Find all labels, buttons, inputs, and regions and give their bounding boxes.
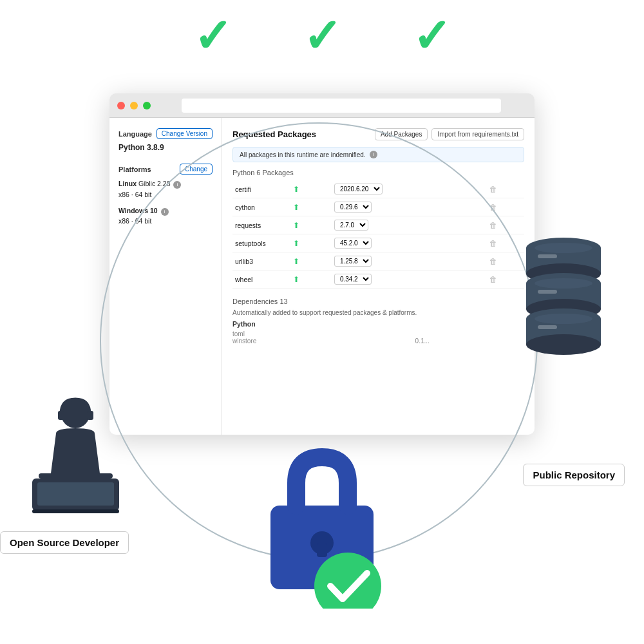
deps-description: Automatically added to support requested… (232, 309, 524, 316)
platform-linux: Linux Giblic 2.28 ix86 · 64 bit (118, 178, 213, 200)
panel-title: Requested Packages (232, 129, 316, 139)
package-up-icon: ⬆ (290, 270, 332, 289)
import-requirements-button[interactable]: Import from requirements.txt (431, 128, 524, 140)
table-row: requests ⬆ 2.7.0 🗑 (232, 216, 524, 234)
platform-windows: Windows 10 ix86 · 64 bit (118, 205, 213, 227)
lock-svg (248, 435, 396, 609)
python-version: Python 3.8.9 (118, 143, 213, 152)
table-row: certifi ⬆ 2020.6.20 🗑 (232, 180, 524, 198)
svg-rect-1 (58, 411, 64, 420)
table-row: wheel ⬆ 0.34.2 🗑 (232, 270, 524, 289)
language-label: Language Change Version (118, 128, 213, 139)
window-minimize-dot[interactable] (130, 102, 138, 109)
svg-point-19 (535, 314, 592, 324)
svg-rect-6 (32, 509, 119, 513)
package-name: urllib3 (232, 252, 290, 270)
change-platform-button[interactable]: Change (180, 164, 213, 175)
dep-name: toml (232, 330, 415, 337)
package-up-icon: ⬆ (290, 216, 332, 234)
svg-point-15 (535, 278, 592, 289)
table-row: cython ⬆ 0.29.6 🗑 (232, 198, 524, 216)
lock-figure (248, 435, 396, 609)
database-svg (518, 229, 609, 370)
package-version-select[interactable]: 1.25.8 (332, 252, 487, 270)
svg-rect-20 (538, 254, 557, 258)
browser-title-bar (109, 93, 535, 118)
package-version-select[interactable]: 2020.6.20 (332, 180, 487, 198)
deps-lang: Python (232, 320, 524, 328)
package-version-select[interactable]: 0.29.6 (332, 198, 487, 216)
browser-window: Language Change Version Python 3.8.9 Pla… (109, 93, 535, 435)
platforms-section: Platforms Change Linux Giblic 2.28 ix86 … (118, 164, 213, 227)
package-name: setuptools (232, 234, 290, 252)
dep-version (415, 330, 524, 337)
change-version-button[interactable]: Change Version (156, 128, 213, 139)
svg-rect-21 (538, 290, 557, 294)
window-close-dot[interactable] (117, 102, 125, 109)
table-row: setuptools ⬆ 45.2.0 🗑 (232, 234, 524, 252)
svg-rect-2 (87, 411, 93, 420)
package-name: cython (232, 198, 290, 216)
checkmark-3: ✓ (412, 13, 451, 59)
packages-heading: Python 6 Packages (232, 169, 524, 176)
indemnified-info-icon[interactable]: i (370, 151, 377, 158)
top-checkmarks: ✓ ✓ ✓ (193, 13, 451, 59)
svg-rect-22 (538, 325, 557, 329)
svg-rect-3 (39, 473, 113, 478)
url-bar[interactable] (182, 99, 501, 113)
package-name: certifi (232, 180, 290, 198)
checkmark-2: ✓ (303, 13, 341, 59)
table-row: toml (232, 330, 524, 337)
open-source-developer-label: Open Source Developer (0, 531, 129, 554)
package-name: wheel (232, 270, 290, 289)
package-version-select[interactable]: 45.2.0 (332, 234, 487, 252)
package-delete-icon[interactable]: 🗑 (487, 180, 524, 198)
deps-heading: Dependencies 13 (232, 298, 524, 305)
public-repository-label: Public Repository (523, 464, 625, 486)
package-up-icon: ⬆ (290, 234, 332, 252)
package-up-icon: ⬆ (290, 252, 332, 270)
add-packages-button[interactable]: Add Packages (375, 128, 428, 140)
package-up-icon: ⬆ (290, 198, 332, 216)
package-version-select[interactable]: 2.7.0 (332, 216, 487, 234)
svg-point-11 (535, 243, 592, 253)
package-name: requests (232, 216, 290, 234)
platforms-label: Platforms Change (118, 164, 213, 175)
svg-rect-25 (317, 543, 327, 557)
linux-info-icon[interactable]: i (173, 181, 181, 189)
dep-version: 0.1... (415, 337, 524, 345)
sidebar-panel: Language Change Version Python 3.8.9 Pla… (109, 118, 222, 435)
svg-point-18 (526, 334, 601, 355)
developer-figure (26, 390, 129, 518)
indemnified-notice: All packages in this runtime are indemni… (232, 147, 524, 162)
developer-svg (26, 390, 126, 518)
database-figure (518, 229, 609, 370)
language-section: Language Change Version Python 3.8.9 (118, 128, 213, 152)
table-row: winstore 0.1... (232, 337, 524, 345)
package-delete-icon[interactable]: 🗑 (487, 198, 524, 216)
checkmark-1: ✓ (193, 13, 232, 59)
window-maximize-dot[interactable] (143, 102, 151, 109)
package-up-icon: ⬆ (290, 180, 332, 198)
browser-content: Language Change Version Python 3.8.9 Pla… (109, 118, 535, 435)
deps-table: toml winstore 0.1... (232, 330, 524, 345)
dependencies-section: Dependencies 13 Automatically added to s… (232, 298, 524, 345)
svg-rect-5 (37, 482, 114, 506)
windows-info-icon[interactable]: i (161, 208, 169, 216)
panel-buttons: Add Packages Import from requirements.tx… (375, 128, 524, 140)
packages-table: certifi ⬆ 2020.6.20 🗑 cython ⬆ 0.29.6 🗑 … (232, 180, 524, 289)
table-row: urllib3 ⬆ 1.25.8 🗑 (232, 252, 524, 270)
dep-name: winstore (232, 337, 415, 345)
panel-header: Requested Packages Add Packages Import f… (232, 128, 524, 140)
main-panel: Requested Packages Add Packages Import f… (222, 118, 535, 435)
package-version-select[interactable]: 0.34.2 (332, 270, 487, 289)
